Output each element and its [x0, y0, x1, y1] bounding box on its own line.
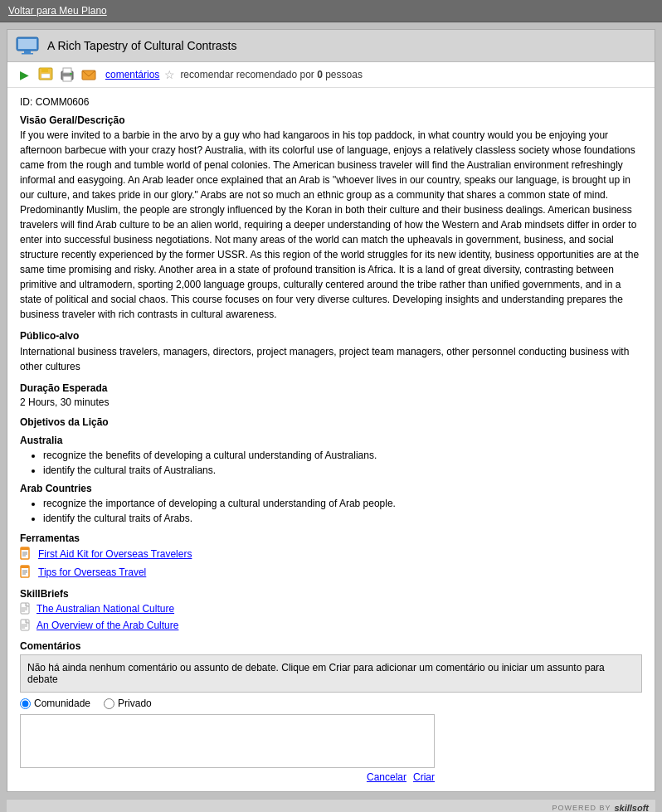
- footer: POWERED BY skillsoft: [7, 799, 655, 812]
- objectives-section: Australia recognize the benefits of deve…: [20, 435, 642, 524]
- comments-link[interactable]: comentários: [105, 69, 159, 80]
- svg-rect-26: [21, 620, 29, 630]
- skillbriefs-section: SkillBriefs The Australian National Cult…: [20, 588, 642, 632]
- svg-rect-10: [70, 73, 72, 75]
- objective-group-arab: Arab Countries: [20, 483, 642, 494]
- svg-rect-8: [63, 68, 71, 73]
- description-text: If you were invited to a barbie in the a…: [20, 128, 642, 322]
- skillbrief-link-2[interactable]: An Overview of the Arab Culture: [37, 620, 178, 631]
- no-comments-box: Não há ainda nenhum comentário ou assunt…: [20, 654, 642, 693]
- skillbrief-item: The Australian National Culture: [20, 602, 642, 615]
- svg-rect-22: [21, 603, 29, 614]
- objectives-label: Objetivos da Lição: [20, 416, 642, 428]
- tool-doc-icon-2: [20, 565, 33, 580]
- tool-doc-icon-1: [20, 547, 33, 562]
- skillbrief-link-1[interactable]: The Australian National Culture: [37, 603, 174, 615]
- audience-label: Público-alvo: [20, 330, 642, 342]
- tool-link-2[interactable]: Tips for Overseas Travel: [38, 566, 146, 578]
- tool-item: First Aid Kit for Overseas Travelers: [20, 547, 642, 562]
- radio-privado-label: Privado: [118, 698, 152, 709]
- powered-by-text: POWERED BY: [552, 804, 611, 812]
- comment-textarea[interactable]: [20, 714, 435, 768]
- skillbrief-item: An Overview of the Arab Culture: [20, 619, 642, 632]
- svg-rect-1: [18, 39, 37, 49]
- australia-objectives: recognize the benefits of developing a c…: [20, 450, 642, 476]
- top-bar: Voltar para Meu Plano: [0, 0, 662, 22]
- svg-rect-5: [41, 68, 48, 72]
- svg-rect-9: [63, 76, 71, 81]
- list-item: identify the cultural traits of Australi…: [43, 464, 642, 476]
- tools-section: Ferramentas First Aid Kit for Overseas T…: [20, 532, 642, 580]
- audience-text: International business travelers, manage…: [20, 344, 642, 374]
- skillbrief-doc-icon-1: [20, 602, 32, 615]
- id-value: COMM0606: [36, 96, 90, 108]
- save-icon[interactable]: [37, 67, 54, 82]
- svg-rect-3: [22, 53, 33, 55]
- no-comments-text: Não há ainda nenhum comentário ou assunt…: [27, 662, 605, 685]
- radio-comunidade[interactable]: Comunidade: [20, 698, 90, 709]
- back-link[interactable]: Voltar para Meu Plano: [8, 5, 107, 17]
- arab-objectives: recognize the importance of developing a…: [20, 498, 642, 524]
- comment-actions: Cancelar Criar: [20, 771, 435, 783]
- skillsoft-logo: skillsoft: [614, 803, 649, 812]
- skillbrief-doc-icon-2: [20, 619, 32, 632]
- recommend-count: 0: [317, 69, 323, 80]
- tools-label: Ferramentas: [20, 532, 642, 544]
- skillbriefs-label: SkillBriefs: [20, 588, 642, 600]
- comments-section: Comentários Não há ainda nenhum comentár…: [20, 640, 642, 783]
- main-container: A Rich Tapestry of Cultural Contrasts ▶: [7, 29, 655, 792]
- create-button[interactable]: Criar: [413, 771, 435, 783]
- content-id: ID: COMM0606: [20, 96, 642, 108]
- radio-privado-input[interactable]: [104, 698, 114, 709]
- list-item: recognize the benefits of developing a c…: [43, 450, 642, 461]
- recommend-text: recomendar recomendado por 0 pessoas: [180, 69, 363, 80]
- tool-item: Tips for Overseas Travel: [20, 565, 642, 580]
- monitor-icon: [16, 36, 39, 55]
- svg-rect-6: [41, 74, 50, 78]
- cancel-button[interactable]: Cancelar: [367, 771, 406, 783]
- radio-privado[interactable]: Privado: [104, 698, 152, 709]
- comments-section-label: Comentários: [20, 640, 642, 652]
- play-icon[interactable]: ▶: [16, 67, 32, 82]
- print-icon[interactable]: [59, 67, 75, 82]
- content-header: A Rich Tapestry of Cultural Contrasts: [7, 30, 655, 62]
- duration-label: Duração Esperada: [20, 382, 642, 394]
- powered-by: POWERED BY skillsoft: [552, 803, 649, 812]
- email-icon[interactable]: [80, 67, 97, 82]
- tool-link-1[interactable]: First Aid Kit for Overseas Travelers: [38, 548, 192, 560]
- toolbar: ▶ comentários ☆ recomen: [7, 62, 655, 88]
- list-item: recognize the importance of developing a…: [43, 498, 642, 509]
- svg-rect-13: [21, 547, 29, 550]
- svg-rect-2: [24, 51, 31, 53]
- content-body: ID: COMM0606 Visão Geral/Descrição If yo…: [7, 88, 655, 791]
- comment-textarea-wrapper: [20, 714, 435, 768]
- svg-rect-18: [21, 566, 29, 568]
- duration-value: 2 Hours, 30 minutes: [20, 396, 642, 408]
- radio-group: Comunidade Privado: [20, 698, 642, 709]
- radio-comunidade-input[interactable]: [20, 698, 31, 709]
- page-title: A Rich Tapestry of Cultural Contrasts: [47, 39, 237, 52]
- star-icon[interactable]: ☆: [164, 68, 175, 81]
- objective-group-australia: Australia: [20, 435, 642, 446]
- overview-title: Visão Geral/Descrição: [20, 114, 642, 126]
- list-item: identify the cultural traits of Arabs.: [43, 513, 642, 524]
- radio-comunidade-label: Comunidade: [34, 698, 90, 709]
